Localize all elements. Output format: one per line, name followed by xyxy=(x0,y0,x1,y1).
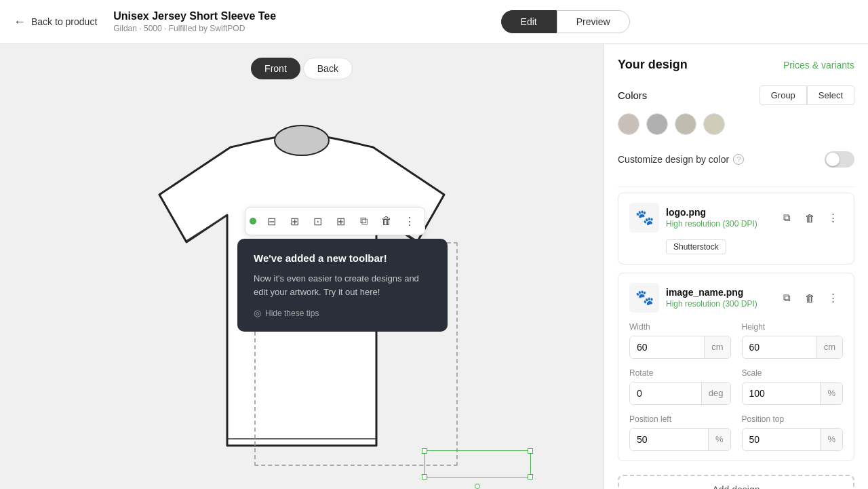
colors-section-header: Colors Group Select xyxy=(618,85,854,105)
divider-1 xyxy=(618,187,854,187)
toolbar-align-btn[interactable]: ⊟ xyxy=(260,210,282,232)
toolbar-delete-btn[interactable]: 🗑 xyxy=(376,210,397,232)
rotate-field-group: Rotate deg xyxy=(629,368,731,405)
customize-label-text: Customize design by color xyxy=(618,154,729,165)
resize-handle-tl[interactable] xyxy=(422,448,427,454)
view-tabs: Front Back xyxy=(251,58,353,79)
pos-top-field-group: Position top % xyxy=(742,414,844,451)
rotate-label: Rotate xyxy=(629,368,731,378)
view-toggle: Edit Preview xyxy=(501,10,630,33)
image-info: image_name.png High resolution (300 DPI) xyxy=(666,287,770,309)
pos-top-input-wrap: % xyxy=(742,428,844,451)
panel-header: Your design Prices & variants xyxy=(618,58,854,72)
tab-back[interactable]: Back xyxy=(303,58,353,79)
toolbar-crop-btn[interactable]: ⊞ xyxy=(330,210,351,232)
tshirt-container: ⊟ ⊞ ⊡ ⊞ ⧉ 🗑 ⋮ We've added a new toolbar!… xyxy=(112,93,492,486)
resize-handle-tr[interactable] xyxy=(528,448,533,454)
toolbar-more-btn[interactable]: ⋮ xyxy=(399,210,420,232)
width-field-group: Width cm xyxy=(629,322,731,359)
color-swatch-3[interactable] xyxy=(675,113,696,135)
image-copy-btn[interactable]: ⧉ xyxy=(776,288,797,308)
logo-more-btn[interactable]: ⋮ xyxy=(823,208,843,228)
customize-label: Customize design by color ? xyxy=(618,154,744,165)
pos-left-field-group: Position left % xyxy=(629,414,731,451)
rotate-scale-row: Rotate deg Scale % xyxy=(629,368,843,405)
width-label: Width xyxy=(629,322,731,332)
image-thumb: 🐾 xyxy=(629,283,659,313)
color-swatch-2[interactable] xyxy=(646,113,668,135)
product-info: Unisex Jersey Short Sleeve Tee Gildan · … xyxy=(113,10,276,33)
scale-input-wrap: % xyxy=(742,382,844,405)
back-arrow-icon: ← xyxy=(14,15,26,29)
height-label: Height xyxy=(742,322,844,332)
pos-left-unit: % xyxy=(708,429,730,450)
logo-card: 🐾 logo.png High resolution (300 DPI) ⧉ 🗑… xyxy=(618,193,854,265)
customize-row: Customize design by color ? xyxy=(618,146,854,173)
logo-card-header: 🐾 logo.png High resolution (300 DPI) ⧉ 🗑… xyxy=(629,203,843,233)
color-swatch-4[interactable] xyxy=(703,113,725,135)
logo-copy-btn[interactable]: ⧉ xyxy=(776,208,797,228)
image-card-header: 🐾 image_name.png High resolution (300 DP… xyxy=(629,283,843,313)
toolbar-copy-btn[interactable]: ⧉ xyxy=(353,210,374,232)
pos-left-label: Position left xyxy=(629,414,731,424)
rotate-unit: deg xyxy=(701,383,730,404)
resize-handle-br[interactable] xyxy=(528,474,533,480)
right-panel: Your design Prices & variants Colors Gro… xyxy=(604,44,868,489)
svg-point-0 xyxy=(275,125,329,155)
color-swatch-1[interactable] xyxy=(618,113,639,135)
logo-info: logo.png High resolution (300 DPI) xyxy=(666,207,770,229)
scale-label: Scale xyxy=(742,368,844,378)
back-label: Back to product xyxy=(31,16,97,27)
preview-button[interactable]: Preview xyxy=(557,10,630,33)
logo-name: logo.png xyxy=(666,207,770,218)
logo-actions: ⧉ 🗑 ⋮ xyxy=(776,208,843,228)
pos-left-input[interactable] xyxy=(630,429,708,450)
width-input[interactable] xyxy=(630,336,704,358)
rotate-input-wrap: deg xyxy=(629,382,731,405)
toolbar-active-dot xyxy=(250,218,256,224)
design-toolbar: ⊟ ⊞ ⊡ ⊞ ⧉ 🗑 ⋮ xyxy=(245,207,425,235)
rotate-handle[interactable] xyxy=(475,484,480,489)
tooltip-hide-label: Hide these tips xyxy=(265,309,319,318)
rotate-input[interactable] xyxy=(630,383,701,404)
colors-label: Colors xyxy=(618,90,647,101)
logo-delete-btn[interactable]: 🗑 xyxy=(800,208,820,228)
logo-badge: Shutterstock xyxy=(666,239,726,254)
toolbar-resize-btn[interactable]: ⊡ xyxy=(307,210,328,232)
image-delete-btn[interactable]: 🗑 xyxy=(800,288,820,308)
pos-top-label: Position top xyxy=(742,414,844,424)
image-quality: High resolution (300 DPI) xyxy=(666,299,770,309)
colors-section: Colors Group Select Customize design by … xyxy=(618,85,854,173)
width-input-wrap: cm xyxy=(629,336,731,359)
customize-toggle[interactable] xyxy=(825,151,854,168)
add-design-button[interactable]: Add design xyxy=(618,475,854,489)
main-layout: Front Back ⊟ ⊞ xyxy=(0,44,868,489)
height-input[interactable] xyxy=(743,336,816,358)
image-name: image_name.png xyxy=(666,287,770,298)
selected-element[interactable] xyxy=(424,450,531,477)
color-swatches xyxy=(618,113,854,135)
pos-left-input-wrap: % xyxy=(629,428,731,451)
new-toolbar-tooltip: We've added a new toolbar! Now it's even… xyxy=(237,239,448,332)
group-button[interactable]: Group xyxy=(760,85,807,105)
logo-thumb: 🐾 xyxy=(629,203,659,233)
edit-button[interactable]: Edit xyxy=(501,10,557,33)
scale-field-group: Scale % xyxy=(742,368,844,405)
tooltip-hide-btn[interactable]: ◎ Hide these tips xyxy=(254,308,431,318)
toolbar-distribute-btn[interactable]: ⊞ xyxy=(283,210,305,232)
scale-unit: % xyxy=(820,383,842,404)
colors-btn-group: Group Select xyxy=(760,85,854,105)
top-nav: ← Back to product Unisex Jersey Short Sl… xyxy=(0,0,868,44)
prices-variants-link[interactable]: Prices & variants xyxy=(783,60,854,71)
image-more-btn[interactable]: ⋮ xyxy=(823,288,843,308)
tab-front[interactable]: Front xyxy=(251,58,300,79)
scale-input[interactable] xyxy=(743,383,821,404)
help-icon[interactable]: ? xyxy=(733,154,744,165)
tooltip-title: We've added a new toolbar! xyxy=(254,252,431,264)
pos-top-input[interactable] xyxy=(743,429,821,450)
select-button[interactable]: Select xyxy=(807,85,854,105)
resize-handle-bl[interactable] xyxy=(422,474,427,480)
product-subtitle: Gildan · 5000 · Fulfilled by SwiftPOD xyxy=(113,24,276,33)
back-to-product-link[interactable]: ← Back to product xyxy=(14,15,97,29)
logo-quality: High resolution (300 DPI) xyxy=(666,219,770,229)
